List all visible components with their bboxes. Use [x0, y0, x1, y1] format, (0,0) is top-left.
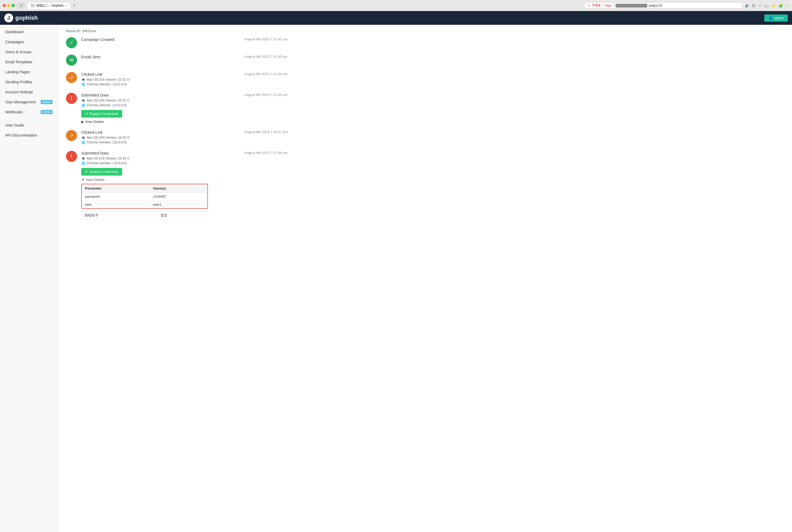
- result-id: Result ID: ZWS2ore: [66, 29, 288, 33]
- sidebar-item-label: Users & Groups: [5, 50, 32, 54]
- timeline-header: Submitted Data August 6th 2023 7:17:06 p…: [81, 151, 288, 155]
- browser-address-bar[interactable]: ⚠ 不安全 | https: //██████████████ paigns/1…: [584, 2, 743, 8]
- timeline-item-campaign-created: ✓ Campaign Created August 6th 2023 7:11:…: [66, 37, 288, 48]
- bottom-col1: 按钮名字: [81, 211, 158, 220]
- main-layout: Dashboard Campaigns Users & Groups Email…: [0, 25, 792, 532]
- favorites-bar-icon[interactable]: ⭐: [771, 3, 776, 8]
- browser-icon: 🌐: [81, 82, 86, 87]
- sidebar-item-user-management[interactable]: User Management Admin: [0, 97, 58, 107]
- timeline-header: Campaign Created August 6th 2023 7:11:45…: [81, 37, 288, 42]
- view-details-toggle-1[interactable]: ▶ View Details: [81, 120, 288, 124]
- sidebar-item-account-settings[interactable]: Account Settings: [0, 87, 58, 97]
- sidebar-item-label: API Documentation: [5, 133, 37, 137]
- window-menu-icon[interactable]: ☰: [17, 3, 25, 8]
- value-cell: user1: [150, 201, 207, 209]
- sidebar-item-users-groups[interactable]: Users & Groups: [0, 47, 58, 57]
- new-tab-button[interactable]: +: [72, 3, 76, 8]
- timeline-body: Campaign Created August 6th 2023 7:11:45…: [81, 37, 288, 42]
- os-text: Mac OS (OS Version: 10.15.7): [87, 136, 130, 139]
- translate-icon[interactable]: あ: [752, 3, 756, 8]
- view-details-toggle-2[interactable]: ▼ View Details: [81, 178, 288, 182]
- meta-os: 💻 Mac OS (OS Version: 10.15.7): [81, 98, 288, 102]
- replay-credentials-button-2[interactable]: ↺ Replay Credentials: [81, 168, 122, 175]
- view-details-label: View Details: [85, 120, 104, 124]
- extensions-icon[interactable]: 🧩: [778, 3, 783, 8]
- app-logo: J gophish: [4, 14, 38, 22]
- event-name: Submitted Data: [81, 93, 108, 97]
- event-timestamp: August 6th 2023 7:12:40 pm: [244, 72, 288, 76]
- sidebar: Dashboard Campaigns Users & Groups Email…: [0, 25, 58, 532]
- browser-icon: 🌐: [81, 103, 86, 107]
- timeline-body: Submitted Data August 6th 2023 7:17:06 p…: [81, 151, 288, 220]
- logo-letter: J: [7, 15, 10, 21]
- timeline-meta: 💻 Mac OS (OS Version: 10.15.7) 🌐 Chrome …: [81, 77, 288, 87]
- replay-icon-2: ↺: [85, 170, 88, 174]
- sidebar-item-label: Webhooks: [5, 110, 23, 114]
- app-header: J gophish 👤 admin: [0, 11, 792, 25]
- sidebar-item-dashboard[interactable]: Dashboard: [0, 27, 58, 37]
- sidebar-item-api-documentation[interactable]: API Documentation: [0, 130, 58, 140]
- submitted-data-icon: !: [66, 93, 77, 104]
- logo-icon: J: [4, 14, 13, 22]
- replay-credentials-button-1[interactable]: ↺ Replay Credentials: [81, 110, 122, 118]
- browser-tab[interactable]: 登陆口二 - Gophish ✕: [27, 2, 70, 9]
- timeline-item-submitted-data-1: ! Submitted Data August 6th 2023 7:12:49…: [66, 93, 288, 124]
- timeline-header: Email Sent August 6th 2023 7:11:45 pm: [81, 55, 288, 59]
- timeline-item-clicked-link-1: ↗ Clicked Link August 6th 2023 7:12:40 p…: [66, 72, 288, 87]
- event-timestamp: August 6th 2023 7:11:45 pm: [244, 55, 288, 58]
- meta-browser: 🌐 Chrome (Version: 115.0.0.0): [81, 82, 288, 87]
- sidebar-item-campaigns[interactable]: Campaigns: [0, 37, 58, 47]
- bottom-col2: 提交: [158, 211, 208, 220]
- tab-close-icon[interactable]: ✕: [65, 4, 67, 7]
- timeline-body: Email Sent August 6th 2023 7:11:45 pm: [81, 55, 288, 59]
- browser-menu-icon[interactable]: ⋯: [786, 3, 789, 8]
- email-sent-icon: ✉: [66, 55, 77, 65]
- browser-chrome: ☰ 登陆口二 - Gophish ✕ + ⚠ 不安全 | https: //██…: [0, 0, 792, 11]
- timeline-body: Submitted Data August 6th 2023 7:12:49 p…: [81, 93, 288, 124]
- os-icon: 💻: [81, 77, 86, 82]
- checkmark-icon: ✓: [70, 40, 74, 45]
- credentials-table: Parameter Value(s) password 1234567: [82, 184, 207, 208]
- meta-browser: 🌐 Chrome (Version: 115.0.0.0): [81, 140, 288, 145]
- timeline-body: Clicked Link August 6th 2023 7:16:27 pm …: [81, 130, 288, 145]
- event-name: Clicked Link: [81, 72, 103, 76]
- content-area: Result ID: ZWS2ore ✓ Campaign Created Au…: [58, 25, 792, 532]
- event-timestamp: August 6th 2023 7:16:27 pm: [244, 130, 288, 134]
- exclamation-icon-2: !: [71, 154, 72, 159]
- param-cell: user: [82, 201, 150, 209]
- chevron-down-icon: ▼: [81, 178, 85, 182]
- sidebar-item-email-templates[interactable]: Email Templates: [0, 57, 58, 67]
- security-warning-icon: ⚠: [587, 3, 590, 7]
- sidebar-item-label: User Management: [5, 100, 36, 104]
- browser-text: Chrome (Version: 115.0.0.0): [87, 82, 127, 86]
- os-icon: 💻: [81, 135, 86, 140]
- sidebar-separator: [0, 117, 58, 120]
- sidebar-item-sending-profiles[interactable]: Sending Profiles: [0, 77, 58, 87]
- event-timestamp: August 6th 2023 7:17:06 pm: [244, 151, 288, 155]
- sidebar-item-landing-pages[interactable]: Landing Pages: [0, 67, 58, 77]
- sidebar-item-user-guide[interactable]: User Guide: [0, 120, 58, 130]
- app-wrapper: J gophish 👤 admin Dashboard Campaigns Us…: [0, 11, 792, 532]
- webhooks-badge: Admin: [41, 110, 53, 114]
- table-row: user user1: [82, 201, 207, 209]
- event-timestamp: August 6th 2023 7:11:45 pm: [244, 37, 288, 41]
- favorites-icon[interactable]: ☆: [758, 3, 762, 8]
- replay-label: Replay Credentials: [89, 112, 118, 116]
- reading-view-icon[interactable]: 📖: [764, 3, 769, 8]
- browser-icon: 🌐: [81, 140, 86, 145]
- meta-browser: 🌐 Chrome (Version: 115.0.0.0): [81, 161, 288, 165]
- timeline-meta: 💻 Mac OS (OS Version: 10.15.7) 🌐 Chrome …: [81, 135, 288, 145]
- os-text: Mac OS (OS Version: 10.15.7): [87, 78, 130, 81]
- sidebar-item-webhooks[interactable]: Webhooks Admin: [0, 107, 58, 117]
- param-column-header: Parameter: [82, 184, 150, 193]
- user-icon: 👤: [769, 16, 773, 20]
- read-aloud-icon[interactable]: 🔊: [745, 3, 749, 8]
- os-icon: 💻: [81, 156, 86, 160]
- replay-label-2: Replay Credentials: [89, 170, 118, 174]
- meta-os: 💻 Mac OS (OS Version: 10.15.7): [81, 156, 288, 160]
- browser-icon: 🌐: [81, 161, 86, 165]
- admin-button[interactable]: 👤 admin: [764, 15, 788, 22]
- browser-text: Chrome (Version: 115.0.0.0): [87, 162, 127, 165]
- browser-text: Chrome (Version: 115.0.0.0): [87, 103, 127, 107]
- timeline-header: Submitted Data August 6th 2023 7:12:49 p…: [81, 93, 288, 97]
